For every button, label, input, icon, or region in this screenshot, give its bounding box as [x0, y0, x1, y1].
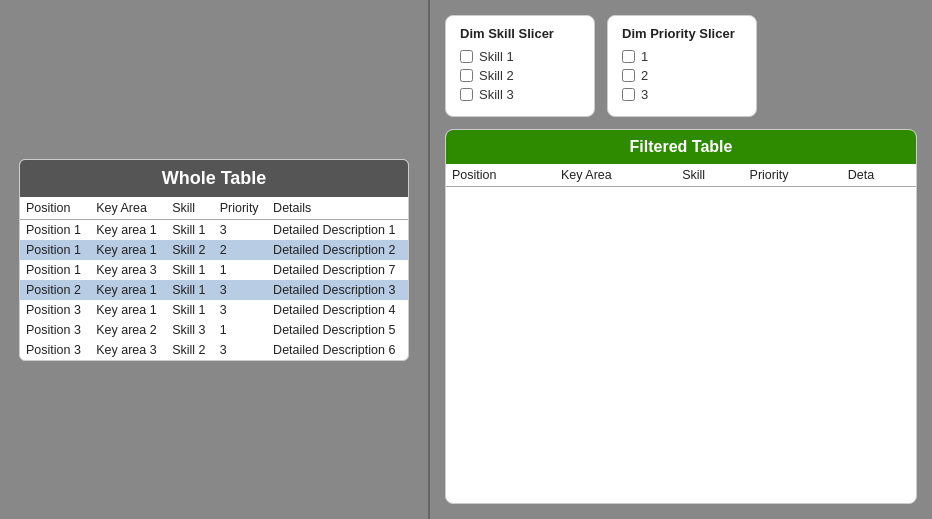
- slicer-item[interactable]: Skill 1: [460, 49, 580, 64]
- slicer-item[interactable]: 2: [622, 68, 742, 83]
- table-row: Position 1Key area 1Skill 22Detailed Des…: [20, 240, 408, 260]
- filtered-table-title: Filtered Table: [446, 130, 916, 164]
- slicer-checkbox[interactable]: [622, 88, 635, 101]
- whole-table-header-row: Position Key Area Skill Priority Details: [20, 197, 408, 220]
- slicer-item[interactable]: Skill 3: [460, 87, 580, 102]
- slicer-checkbox[interactable]: [460, 50, 473, 63]
- whole-table-title: Whole Table: [20, 160, 408, 197]
- col-details: Details: [267, 197, 408, 220]
- table-row: Position 3Key area 3Skill 23Detailed Des…: [20, 340, 408, 360]
- whole-table: Position Key Area Skill Priority Details…: [20, 197, 408, 360]
- slicer-checkbox[interactable]: [460, 69, 473, 82]
- slicer-item[interactable]: Skill 2: [460, 68, 580, 83]
- fcol-skill: Skill: [676, 164, 743, 187]
- fcol-priority: Priority: [744, 164, 842, 187]
- fcol-position: Position: [446, 164, 555, 187]
- slicer-checkbox[interactable]: [460, 88, 473, 101]
- fcol-deta: Deta: [842, 164, 916, 187]
- dim-priority-slicer-title: Dim Priority Slicer: [622, 26, 742, 41]
- table-row: Position 1Key area 3Skill 11Detailed Des…: [20, 260, 408, 280]
- table-row: Position 2Key area 1Skill 13Detailed Des…: [20, 280, 408, 300]
- skill-slicer-items: Skill 1Skill 2Skill 3: [460, 49, 580, 102]
- fcol-key-area: Key Area: [555, 164, 676, 187]
- right-panel: Dim Skill Slicer Skill 1Skill 2Skill 3 D…: [430, 0, 932, 519]
- col-position: Position: [20, 197, 90, 220]
- filtered-table: Position Key Area Skill Priority Deta: [446, 164, 916, 187]
- whole-table-box: Whole Table Position Key Area Skill Prio…: [19, 159, 409, 361]
- table-row: Position 1Key area 1Skill 13Detailed Des…: [20, 219, 408, 240]
- table-row: Position 3Key area 2Skill 31Detailed Des…: [20, 320, 408, 340]
- slicers-row: Dim Skill Slicer Skill 1Skill 2Skill 3 D…: [445, 15, 917, 117]
- slicer-checkbox[interactable]: [622, 50, 635, 63]
- slicer-item[interactable]: 1: [622, 49, 742, 64]
- filtered-table-box: Filtered Table Position Key Area Skill P…: [445, 129, 917, 504]
- dim-priority-slicer: Dim Priority Slicer 123: [607, 15, 757, 117]
- col-key-area: Key Area: [90, 197, 166, 220]
- col-priority: Priority: [214, 197, 267, 220]
- slicer-checkbox[interactable]: [622, 69, 635, 82]
- dim-skill-slicer: Dim Skill Slicer Skill 1Skill 2Skill 3: [445, 15, 595, 117]
- filtered-table-header-row: Position Key Area Skill Priority Deta: [446, 164, 916, 187]
- left-panel: Whole Table Position Key Area Skill Prio…: [0, 0, 430, 519]
- col-skill: Skill: [166, 197, 214, 220]
- priority-slicer-items: 123: [622, 49, 742, 102]
- table-row: Position 3Key area 1Skill 13Detailed Des…: [20, 300, 408, 320]
- slicer-item[interactable]: 3: [622, 87, 742, 102]
- dim-skill-slicer-title: Dim Skill Slicer: [460, 26, 580, 41]
